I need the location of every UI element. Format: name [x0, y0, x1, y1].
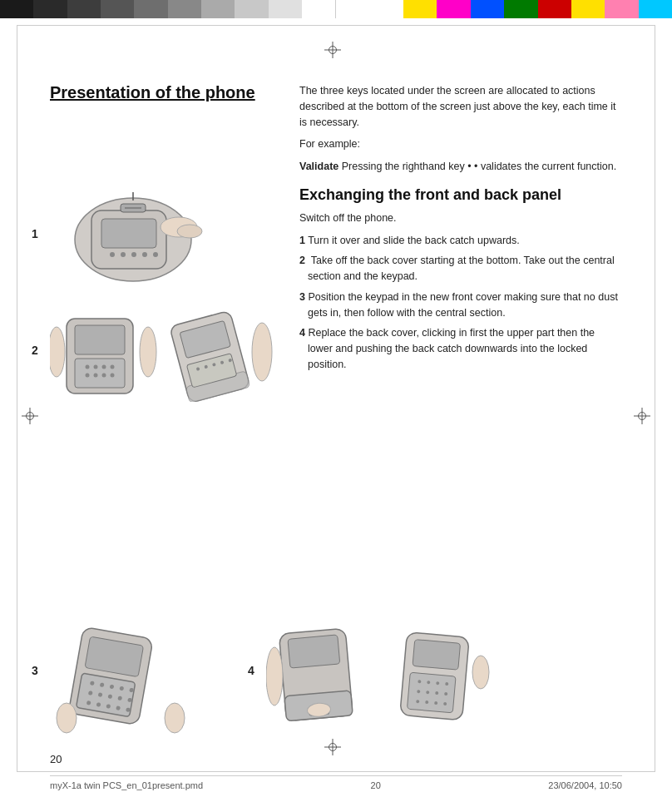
step-4-text: 4 Replace the back cover, clicking in fi… — [299, 325, 622, 372]
step3-area: 3 — [50, 618, 191, 735]
step4-label: 4 — [248, 664, 254, 677]
step4-image-b — [383, 618, 491, 735]
crosshair-top — [324, 42, 341, 58]
step1-image — [50, 186, 216, 294]
svg-point-7 — [153, 252, 158, 257]
color-swatch-5 — [134, 0, 167, 18]
step4-images — [266, 618, 491, 735]
color-gap — [336, 0, 403, 18]
footer: myX-1a twin PCS_en_01present.pmd 20 23/0… — [50, 775, 622, 790]
color-swatch-8 — [235, 0, 268, 18]
step-3-text: 3 Position the keypad in the new front c… — [299, 290, 622, 321]
color-swatch-pink — [605, 0, 638, 18]
footer-page: 20 — [371, 780, 381, 790]
color-swatch-red — [538, 0, 571, 18]
svg-point-20 — [86, 374, 90, 378]
footer-filename: myX-1a twin PCS_en_01present.pmd — [50, 780, 203, 790]
svg-point-3 — [110, 252, 115, 257]
svg-point-5 — [131, 252, 136, 257]
color-swatch-6 — [168, 0, 201, 18]
color-swatch-cyan — [639, 0, 672, 18]
validate-text: Pressing the righthand key • • validates… — [342, 161, 616, 172]
color-swatch-10 — [302, 0, 336, 18]
step4-area: 4 — [266, 618, 491, 735]
svg-rect-15 — [75, 359, 125, 388]
right-column: The three keys located under the screen … — [299, 83, 622, 378]
color-swatch-yellow — [403, 0, 437, 18]
color-swatch-blue — [471, 0, 504, 18]
color-swatch-magenta — [437, 0, 470, 18]
svg-point-25 — [140, 327, 156, 377]
crosshair-left — [22, 408, 38, 424]
step-1-text: 1 Turn it over and slide the back catch … — [299, 233, 622, 249]
svg-point-35 — [252, 323, 272, 381]
svg-point-24 — [50, 327, 65, 377]
color-swatch-9 — [269, 0, 302, 18]
svg-point-23 — [111, 374, 115, 378]
step2-image — [50, 302, 274, 402]
step4-image-a — [266, 618, 374, 735]
left-column: Presentation of the phone 1 — [50, 83, 283, 410]
svg-point-16 — [86, 365, 90, 369]
svg-rect-14 — [75, 325, 125, 354]
step1-label: 1 — [32, 227, 38, 240]
color-swatch-1 — [0, 0, 33, 18]
step3-label: 3 — [32, 664, 38, 677]
color-swatch-3 — [67, 0, 101, 18]
page-number-bottom: 20 — [50, 753, 62, 765]
color-swatch-green — [504, 0, 537, 18]
step-2-text: 2 Take off the back cover starting at th… — [299, 253, 622, 285]
svg-point-55 — [165, 703, 185, 733]
svg-rect-64 — [407, 672, 456, 713]
color-swatch-yellow2 — [571, 0, 605, 18]
svg-point-19 — [111, 365, 115, 369]
svg-point-54 — [57, 703, 77, 733]
svg-point-77 — [472, 656, 489, 689]
step2-label: 2 — [32, 344, 38, 357]
svg-rect-63 — [413, 640, 461, 671]
page-title: Presentation of the phone — [50, 83, 283, 102]
svg-rect-57 — [288, 635, 340, 668]
validate-para: Validate Pressing the righthand key • • … — [299, 159, 622, 175]
svg-point-61 — [266, 647, 283, 705]
validate-label: Validate — [299, 161, 338, 172]
step1-area: 1 — [50, 186, 283, 294]
color-swatch-2 — [33, 0, 67, 18]
svg-point-9 — [177, 225, 202, 238]
svg-point-21 — [94, 374, 98, 378]
footer-date: 23/06/2004, 10:50 — [548, 780, 622, 790]
svg-point-22 — [102, 374, 106, 378]
intro-text: The three keys located under the screen … — [299, 83, 622, 130]
step3-image — [50, 618, 191, 735]
crosshair-right — [634, 408, 650, 424]
for-example-text: For example: — [299, 136, 622, 152]
svg-point-4 — [121, 252, 126, 257]
svg-point-18 — [102, 365, 106, 369]
svg-rect-2 — [101, 219, 156, 248]
color-swatch-4 — [101, 0, 134, 18]
color-bar — [0, 0, 672, 18]
step2-area: 2 — [50, 302, 283, 402]
svg-point-6 — [142, 252, 147, 257]
switch-off-text: Switch off the phone. — [299, 210, 622, 226]
svg-point-17 — [94, 365, 98, 369]
section-heading: Exchanging the front and back panel — [299, 186, 622, 204]
bottom-images-row: 3 — [50, 618, 491, 735]
color-swatch-7 — [201, 0, 235, 18]
